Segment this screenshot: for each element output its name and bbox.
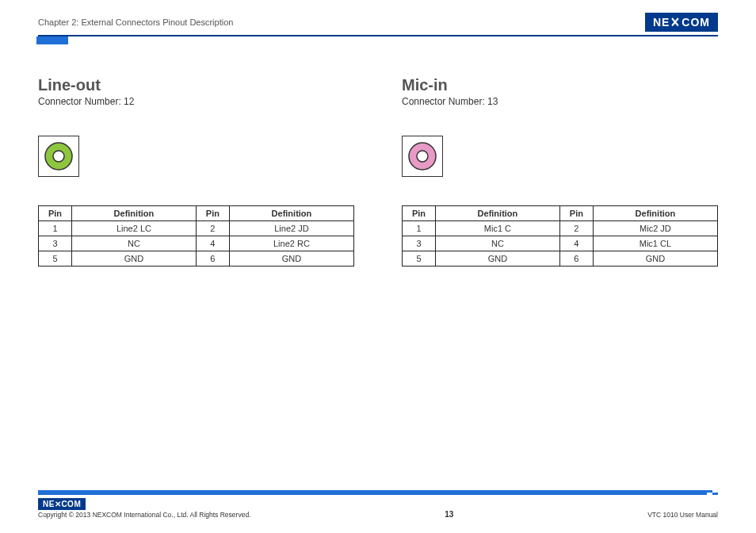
table-row: 3 NC 4 Line2 RC	[39, 236, 354, 251]
table-row: 3 NC 4 Mic1 CL	[403, 236, 718, 251]
footer-mark-icon	[707, 490, 718, 495]
footer-stripe	[38, 490, 718, 495]
audio-jack-icon	[38, 136, 79, 177]
col-def: Definition	[229, 206, 353, 221]
pinout-table: Pin Definition Pin Definition 1 Mic1 C 2…	[402, 205, 718, 266]
col-pin: Pin	[196, 206, 229, 221]
footer-logo: NE✕COM	[38, 498, 86, 510]
section-title: Mic-in	[402, 76, 718, 94]
section-mic-in: Mic-in Connector Number: 13 Pin Definiti…	[402, 76, 718, 266]
copyright-text: Copyright © 2013 NEXCOM International Co…	[38, 511, 250, 519]
table-row: 5 GND 6 GND	[39, 251, 354, 266]
table-row: 1 Line2 LC 2 Line2 JD	[39, 221, 354, 236]
col-def: Definition	[435, 206, 559, 221]
manual-name: VTC 1010 User Manual	[647, 511, 718, 519]
audio-jack-icon	[402, 136, 443, 177]
page-header: Chapter 2: External Connectors Pinout De…	[38, 13, 718, 36]
section-line-out: Line-out Connector Number: 12 Pin Defini…	[38, 76, 354, 266]
connector-number: Connector Number: 12	[38, 96, 354, 107]
svg-point-3	[417, 151, 428, 162]
svg-point-1	[53, 151, 64, 162]
col-pin: Pin	[39, 206, 72, 221]
chapter-title: Chapter 2: External Connectors Pinout De…	[38, 17, 233, 27]
header-accent	[36, 36, 68, 44]
col-pin: Pin	[559, 206, 593, 221]
page-footer: NE✕COM Copyright © 2013 NEXCOM Internati…	[38, 490, 718, 519]
col-def: Definition	[71, 206, 196, 221]
table-row: 5 GND 6 GND	[403, 251, 718, 266]
connector-number: Connector Number: 13	[402, 96, 718, 107]
section-title: Line-out	[38, 76, 354, 94]
brand-logo: NE✕COM	[645, 13, 718, 32]
col-def: Definition	[593, 206, 717, 221]
page-number: 13	[445, 510, 453, 519]
table-row: 1 Mic1 C 2 Mic2 JD	[403, 221, 718, 236]
col-pin: Pin	[403, 206, 436, 221]
pinout-table: Pin Definition Pin Definition 1 Line2 LC…	[38, 205, 354, 266]
